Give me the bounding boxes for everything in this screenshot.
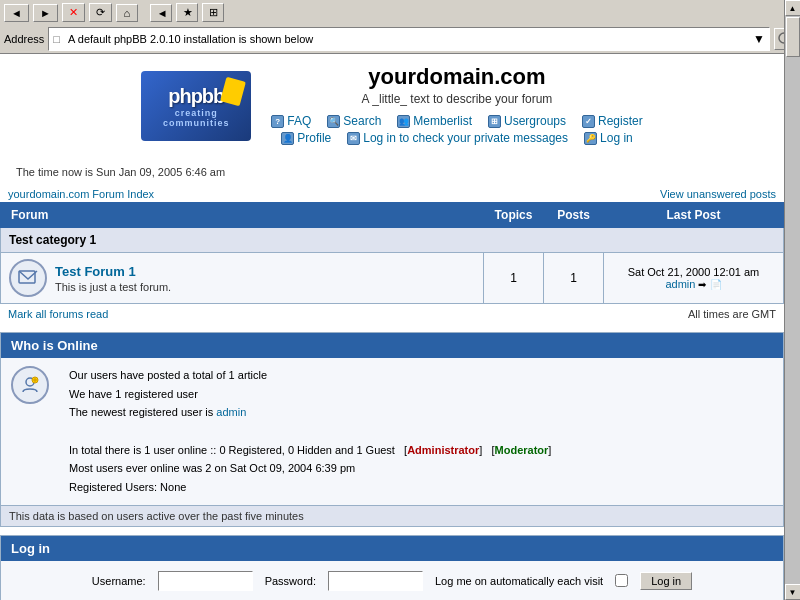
posts-cell: 1 xyxy=(544,253,604,304)
browser-address-bar: Address □ ▼ xyxy=(0,25,800,53)
dropdown-arrow[interactable]: ▼ xyxy=(749,30,769,48)
scroll-track[interactable] xyxy=(785,16,801,584)
online-icon xyxy=(11,366,49,404)
forum-name-link[interactable]: Test Forum 1 xyxy=(55,264,136,279)
login-section-header: Log in xyxy=(1,536,783,561)
memberlist-icon: 👥 xyxy=(397,115,410,128)
info-bar: The time now is Sun Jan 09, 2005 6:46 am xyxy=(0,158,784,186)
profile-link[interactable]: Profile xyxy=(297,131,331,145)
autologin-checkbox[interactable] xyxy=(615,574,628,587)
data-note: This data is based on users active over … xyxy=(1,505,783,526)
forum-info-cell: Test Forum 1 This is just a test forum. xyxy=(1,253,484,304)
pm-link[interactable]: Log in to check your private messages xyxy=(363,131,568,145)
nav-search: 🔍 Search xyxy=(327,114,381,128)
last-post-mini-icon: 📄 xyxy=(710,279,722,290)
faq-icon: ? xyxy=(271,115,284,128)
password-input[interactable] xyxy=(328,571,423,591)
nav-row-1: ? FAQ 🔍 Search 👥 Memberlist ⊞ xyxy=(271,114,642,128)
category-name: Test category 1 xyxy=(1,228,784,253)
stop-button[interactable]: ✕ xyxy=(62,3,85,22)
time-display: The time now is Sun Jan 09, 2005 6:46 am xyxy=(8,162,233,182)
online-line6: Registered Users: None xyxy=(69,478,551,497)
newest-user-link[interactable]: admin xyxy=(216,406,246,418)
nav-profile: 👤 Profile xyxy=(281,131,331,145)
forum-index-link[interactable]: yourdomain.com Forum Index xyxy=(8,188,154,200)
address-input[interactable] xyxy=(64,28,749,50)
scroll-thumb[interactable] xyxy=(786,17,800,57)
forum-text-info: Test Forum 1 This is just a test forum. xyxy=(55,264,171,293)
topics-cell: 1 xyxy=(484,253,544,304)
login-link[interactable]: Log in xyxy=(600,131,633,145)
forum-table: Forum Topics Posts Last Post Test catego… xyxy=(0,202,784,304)
col-posts: Posts xyxy=(544,203,604,228)
who-is-online-section: Who is Online Our users have posted a to… xyxy=(0,332,784,527)
page-icon: □ xyxy=(49,31,64,47)
login-button[interactable]: Log in xyxy=(640,572,692,590)
last-post-icon: ➡ xyxy=(698,279,706,290)
refresh-button[interactable]: ⟳ xyxy=(89,3,112,22)
site-desc: A _little_ text to describe your forum xyxy=(271,92,642,106)
nav-pm: ✉ Log in to check your private messages xyxy=(347,131,568,145)
nav-btn-5[interactable]: ★ xyxy=(176,3,198,22)
register-link[interactable]: Register xyxy=(598,114,643,128)
table-header-row: Forum Topics Posts Last Post xyxy=(1,203,784,228)
logo-accent xyxy=(220,77,246,106)
address-label: Address xyxy=(4,33,44,45)
faq-link[interactable]: FAQ xyxy=(287,114,311,128)
autologin-label: Log me on automatically each visit xyxy=(435,575,603,587)
forum-index-bar: yourdomain.com Forum Index View unanswer… xyxy=(0,186,784,202)
moderator-link[interactable]: Moderator xyxy=(495,444,549,456)
nav-memberlist: 👥 Memberlist xyxy=(397,114,472,128)
nav-login: 🔑 Log in xyxy=(584,131,633,145)
mark-read-link[interactable]: Mark all forums read xyxy=(8,308,108,320)
username-label: Username: xyxy=(92,575,146,587)
home-button[interactable]: ⌂ xyxy=(116,4,138,22)
online-line1: Our users have posted a total of 1 artic… xyxy=(69,366,551,385)
administrator-link[interactable]: Administrator xyxy=(407,444,479,456)
online-info: Our users have posted a total of 1 artic… xyxy=(69,366,551,497)
phpbb-logo: phpbb creating communities xyxy=(141,71,251,141)
nav-btn-4[interactable]: ◄ xyxy=(150,4,172,22)
site-info: yourdomain.com A _little_ text to descri… xyxy=(271,64,642,148)
forum-icon xyxy=(9,259,47,297)
nav-register: ✓ Register xyxy=(582,114,643,128)
forum-header: phpbb creating communities yourdomain.co… xyxy=(0,54,784,158)
all-times-text: All times are GMT xyxy=(688,308,776,320)
col-forum: Forum xyxy=(1,203,484,228)
logo-text: phpbb xyxy=(168,85,224,108)
forum-description: This is just a test forum. xyxy=(55,281,171,293)
scroll-down-button[interactable]: ▼ xyxy=(785,584,801,600)
register-icon: ✓ xyxy=(582,115,595,128)
nav-faq: ? FAQ xyxy=(271,114,311,128)
scrollbar[interactable]: ▲ ▼ xyxy=(784,0,800,600)
forward-button[interactable]: ► xyxy=(33,4,58,22)
online-line3: The newest registered user is admin xyxy=(69,403,551,422)
back-button[interactable]: ◄ xyxy=(4,4,29,22)
table-row: Test Forum 1 This is just a test forum. … xyxy=(1,253,784,304)
usergroups-icon: ⊞ xyxy=(488,115,501,128)
view-unanswered-link[interactable]: View unanswered posts xyxy=(660,188,776,200)
scroll-up-button[interactable]: ▲ xyxy=(785,0,801,16)
last-post-user-link[interactable]: admin xyxy=(665,278,695,290)
online-line5: Most users ever online was 2 on Sat Oct … xyxy=(69,459,551,478)
memberlist-link[interactable]: Memberlist xyxy=(413,114,472,128)
page-content: phpbb creating communities yourdomain.co… xyxy=(0,54,784,600)
login-form: Username: Password: Log me on automatica… xyxy=(1,561,783,600)
login-icon: 🔑 xyxy=(584,132,597,145)
password-label: Password: xyxy=(265,575,316,587)
login-section: Log in Username: Password: Log me on aut… xyxy=(0,535,784,600)
profile-icon: 👤 xyxy=(281,132,294,145)
username-input[interactable] xyxy=(158,571,253,591)
search-icon: 🔍 xyxy=(327,115,340,128)
usergroups-link[interactable]: Usergroups xyxy=(504,114,566,128)
search-link[interactable]: Search xyxy=(343,114,381,128)
col-lastpost: Last Post xyxy=(604,203,784,228)
bottom-links: Mark all forums read All times are GMT xyxy=(0,304,784,324)
who-is-online-content: Our users have posted a total of 1 artic… xyxy=(1,358,783,505)
online-line4: In total there is 1 user online :: 0 Reg… xyxy=(69,441,551,460)
site-title: yourdomain.com xyxy=(271,64,642,90)
logo-sub: creating communities xyxy=(141,108,251,128)
last-post-date: Sat Oct 21, 2000 12:01 am xyxy=(628,266,759,278)
who-is-online-header: Who is Online xyxy=(1,333,783,358)
nav-btn-6[interactable]: ⊞ xyxy=(202,3,224,22)
